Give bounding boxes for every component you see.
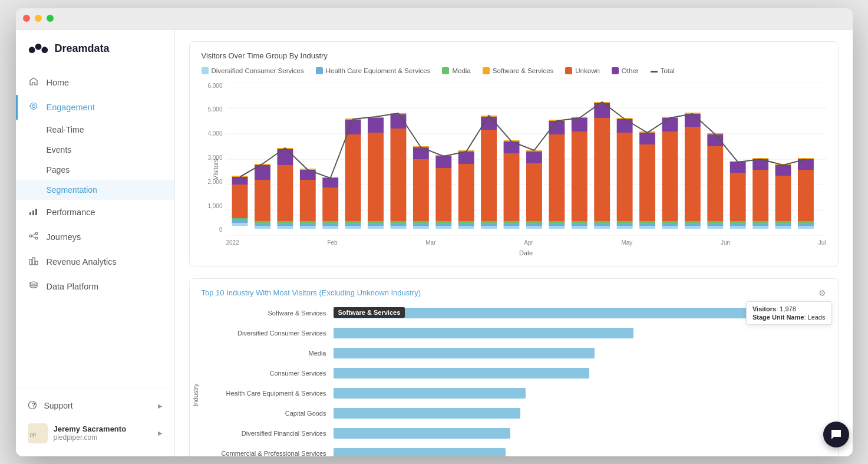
sidebar-item-data-platform-label: Data Platform (47, 282, 99, 291)
svg-rect-164 (730, 173, 745, 221)
x-label-feb: Feb (327, 239, 337, 246)
svg-rect-133 (616, 221, 632, 223)
svg-point-10 (35, 232, 38, 235)
svg-rect-86 (435, 168, 451, 221)
svg-text:pp: pp (30, 432, 36, 437)
y-label-row-5: Capital Goods (202, 405, 326, 422)
sidebar-footer: ? Support ▶ pp (16, 387, 174, 456)
minimize-button[interactable] (35, 15, 42, 22)
sidebar-item-realtime[interactable]: Real-Time (16, 120, 174, 140)
svg-rect-62 (345, 134, 361, 221)
svg-rect-169 (753, 221, 768, 223)
svg-rect-71 (390, 226, 406, 229)
y-label-0: 0 (219, 226, 223, 233)
chart2-bar-row-2 (334, 345, 826, 361)
chart2-bar-row-6 (334, 425, 826, 442)
sidebar-item-revenue-label: Revenue Analytics (47, 257, 117, 266)
close-button[interactable] (23, 15, 30, 22)
legend-media: Media (442, 67, 470, 74)
sidebar-item-performance[interactable]: Performance (16, 200, 174, 225)
y-label-row-6: Diversified Financial Services (202, 425, 326, 442)
svg-rect-107 (526, 226, 542, 229)
y-label-6000: 6,000 (207, 83, 222, 89)
chart2-bar-0: Software & Services Visitors: 1,978 Stag… (334, 308, 826, 318)
support-item[interactable]: ? Support ▶ (16, 394, 174, 417)
tooltip-visitors-value: 1,978 (780, 305, 796, 312)
revenue-analytics-icon (28, 256, 39, 268)
svg-rect-104 (503, 153, 519, 221)
svg-rect-137 (639, 226, 655, 229)
svg-rect-150 (684, 223, 700, 226)
svg-rect-42 (277, 223, 293, 226)
svg-rect-50 (299, 180, 315, 221)
sidebar-item-revenue-analytics[interactable]: Revenue Analytics (16, 249, 174, 274)
svg-rect-38 (255, 180, 270, 221)
svg-rect-103 (503, 221, 519, 223)
svg-rect-116 (549, 134, 565, 221)
legend-label-total: Total (661, 67, 675, 74)
svg-text:?: ? (32, 402, 35, 409)
svg-rect-127 (594, 221, 610, 223)
svg-rect-99 (481, 117, 497, 130)
user-name: Jeremy Sacramento (54, 424, 127, 433)
svg-point-1 (35, 44, 41, 50)
support-label: Support (44, 401, 73, 410)
svg-rect-110 (526, 163, 542, 221)
svg-rect-135 (616, 119, 632, 133)
sidebar-item-segmentation[interactable]: Segmentation (16, 180, 174, 200)
legend-dot-total (651, 71, 658, 73)
main-nav: Home Engagement Real-Time (16, 65, 174, 387)
svg-rect-83 (435, 226, 451, 229)
svg-rect-174 (775, 223, 791, 226)
svg-rect-131 (616, 226, 632, 229)
top-industry-section: Top 10 Industry With Most Visitors (Excl… (189, 278, 839, 456)
svg-rect-80 (412, 159, 428, 221)
legend-healthcare: Health Care Equipment & Services (316, 67, 431, 74)
svg-rect-153 (684, 114, 700, 127)
svg-rect-121 (571, 221, 587, 223)
sidebar-item-engagement[interactable]: Engagement (16, 95, 174, 120)
chart2-bar-6 (334, 428, 511, 439)
svg-rect-144 (662, 223, 678, 226)
sidebar-item-data-platform[interactable]: Data Platform (16, 274, 174, 299)
gear-button[interactable]: ⚙ (819, 288, 826, 298)
svg-rect-35 (255, 226, 270, 229)
svg-rect-97 (481, 221, 497, 223)
legend-label-diversified-consumer: Diversified Consumer Services (212, 67, 304, 74)
chart2-bar-2 (334, 348, 595, 358)
svg-rect-101 (503, 226, 519, 229)
legend-unknown: Unkown (565, 67, 600, 74)
sidebar-item-events[interactable]: Events (16, 140, 174, 160)
sidebar-item-home[interactable]: Home (16, 70, 174, 95)
chart1-y-axis: 6,000 5,000 4,000 3,000 2,000 1,000 0 (202, 83, 226, 248)
user-profile[interactable]: pp Jeremy Sacramento piedpiper.com ▶ (16, 417, 174, 449)
chart2-bar-row-1 (334, 325, 826, 341)
chart2-title: Top 10 Industry With Most Visitors (Excl… (202, 288, 421, 297)
chart2-bar-3 (334, 368, 590, 379)
avatar: pp (28, 423, 48, 443)
svg-rect-41 (277, 226, 293, 229)
sidebar-item-pages[interactable]: Pages (16, 160, 174, 180)
chart1-legend: Diversified Consumer Services Health Car… (202, 67, 826, 74)
data-platform-icon (28, 281, 39, 292)
y-label-row-4: Health Care Equipment & Services (202, 385, 326, 402)
svg-rect-59 (345, 226, 361, 229)
chat-button[interactable] (823, 422, 849, 447)
svg-rect-156 (707, 223, 723, 226)
svg-rect-98 (481, 130, 497, 221)
svg-rect-115 (549, 221, 565, 223)
svg-rect-79 (412, 221, 428, 223)
svg-rect-31 (232, 218, 247, 220)
svg-rect-67 (368, 221, 384, 223)
svg-point-17 (30, 282, 37, 284)
chart2-y-labels: Industry Software & Services Diversified… (202, 305, 331, 456)
svg-rect-72 (390, 223, 406, 226)
svg-rect-48 (299, 223, 315, 226)
svg-point-11 (35, 237, 38, 239)
chart2-bar-row-0: Software & Services Visitors: 1,978 Stag… (334, 305, 826, 321)
y-label-row-2: Media (202, 345, 326, 361)
sidebar-item-journeys[interactable]: Journeys (16, 225, 174, 249)
maximize-button[interactable] (47, 15, 54, 22)
svg-point-2 (41, 47, 48, 53)
svg-rect-181 (797, 221, 813, 223)
